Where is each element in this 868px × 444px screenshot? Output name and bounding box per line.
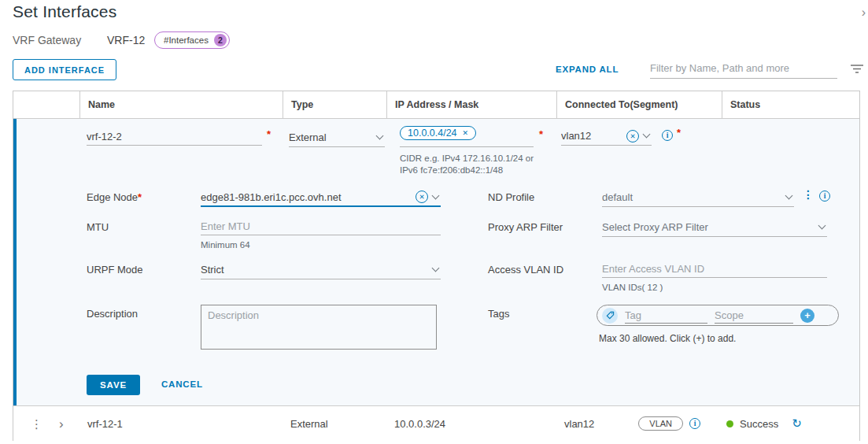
row-type-cell: External: [283, 418, 386, 430]
ip-chip-remove-icon[interactable]: ✕: [463, 129, 469, 137]
status-text: Success: [740, 418, 778, 430]
row-status-cell: Success ↻: [722, 416, 859, 431]
ip-cidr-hint: CIDR e.g. IPv4 172.16.10.1/24 or IPv6 fc…: [400, 153, 534, 176]
edge-node-label: Edge Node*: [87, 191, 142, 203]
row-actions-cell: ⋮ ›: [13, 417, 79, 431]
ip-chip-value: 10.0.0.4/24: [408, 128, 457, 139]
mtu-input[interactable]: [201, 218, 441, 235]
interfaces-count-badge[interactable]: #Interfaces 2: [154, 31, 230, 49]
proxy-arp-placeholder: Select Proxy ARP Filter: [602, 221, 814, 233]
urpf-mode-label: URPF Mode: [87, 264, 143, 276]
status-success-dot: [726, 420, 733, 427]
table-row[interactable]: ⋮ › vrf-12-1 External 10.0.0.3/24 vlan12…: [13, 406, 859, 441]
chevron-down-icon: [432, 265, 440, 272]
expand-all-link[interactable]: EXPAND ALL: [556, 65, 619, 74]
row-ip-cell: 10.0.0.3/24: [386, 418, 556, 430]
proxy-arp-select[interactable]: Select Proxy ARP Filter: [602, 218, 827, 237]
add-tag-button[interactable]: +: [800, 309, 814, 323]
nd-profile-label: ND Profile: [488, 191, 534, 203]
tag-icon: [602, 308, 618, 324]
description-textarea[interactable]: [201, 305, 437, 350]
edge-node-required-marker: *: [138, 191, 142, 203]
proxy-arp-label: Proxy ARP Filter: [488, 221, 563, 233]
segment-value: vlan12: [561, 130, 626, 142]
row-menu-icon[interactable]: ⋮: [31, 418, 42, 430]
interfaces-table: Name Type IP Address / Mask Connected To…: [13, 91, 860, 441]
interface-edit-form: * External 10.0.0.4/24 ✕ * CIDR e.g. IPv…: [13, 119, 859, 406]
segment-required-marker: *: [677, 127, 681, 139]
column-header-ip: IP Address / Mask: [386, 91, 556, 118]
type-select[interactable]: External: [289, 128, 385, 147]
vlan-badge[interactable]: VLAN: [638, 416, 683, 431]
page-title: Set Interfaces: [13, 2, 116, 21]
access-vlan-input[interactable]: [602, 261, 827, 278]
row-expand-icon[interactable]: ›: [59, 417, 64, 431]
filter-icon[interactable]: [850, 64, 864, 74]
chevron-down-icon: [376, 132, 384, 140]
column-header-type: Type: [283, 91, 386, 118]
set-interfaces-panel: Set Interfaces › VRF Gateway VRF-12 #Int…: [0, 0, 868, 444]
refresh-status-icon[interactable]: ↻: [792, 416, 802, 431]
type-select-value: External: [289, 131, 372, 143]
mtu-label: MTU: [87, 221, 109, 233]
segment-clear-icon[interactable]: ✕: [626, 130, 639, 142]
edge-node-value: edge81-981b.eri1c.pcc.ovh.net: [201, 191, 416, 203]
add-interface-button[interactable]: ADD INTERFACE: [13, 59, 116, 80]
access-vlan-hint: VLAN IDs( 12 ): [602, 282, 663, 294]
ip-required-marker: *: [539, 128, 543, 140]
chevron-down-icon: [818, 222, 826, 230]
access-vlan-label: Access VLAN ID: [488, 264, 563, 276]
tags-hint: Max 30 allowed. Click (+) to add.: [599, 333, 736, 345]
nd-profile-menu-icon[interactable]: ⋮: [803, 189, 814, 200]
filter-input[interactable]: [650, 58, 837, 79]
badge-label: #Interfaces: [164, 35, 209, 45]
edge-node-clear-icon[interactable]: ✕: [416, 191, 428, 203]
tags-editor: +: [597, 305, 839, 326]
tag-input[interactable]: [625, 308, 707, 324]
tags-label: Tags: [488, 308, 509, 320]
row-segment-value: vlan12: [564, 418, 594, 430]
segment-info-icon[interactable]: i: [662, 130, 673, 141]
nd-profile-select[interactable]: default: [602, 188, 794, 207]
description-label: Description: [87, 308, 138, 320]
badge-count: 2: [214, 34, 227, 46]
ip-address-chip: 10.0.0.4/24 ✕: [400, 126, 476, 140]
nd-profile-info-icon[interactable]: i: [819, 191, 830, 202]
urpf-mode-value: Strict: [201, 264, 428, 276]
name-required-marker: *: [267, 128, 271, 140]
urpf-mode-select[interactable]: Strict: [201, 261, 441, 279]
segment-combobox[interactable]: vlan12 ✕: [561, 127, 652, 146]
chevron-down-icon: [432, 191, 440, 199]
breadcrumb-gateway: VRF-12: [107, 34, 145, 46]
column-header-status: Status: [722, 91, 859, 118]
scope-input[interactable]: [715, 308, 793, 324]
column-header-segment: Connected To(Segment): [556, 91, 722, 118]
column-header-actions: [13, 91, 79, 118]
breadcrumb-parent: VRF Gateway: [13, 34, 81, 46]
row-name-cell: vrf-12-1: [79, 418, 283, 430]
interface-name-input[interactable]: [87, 128, 262, 146]
expanded-row-indicator: [13, 119, 17, 405]
edge-node-combobox[interactable]: edge81-981b.eri1c.pcc.ovh.net ✕: [201, 188, 441, 207]
chevron-down-icon: [785, 192, 793, 200]
nd-profile-value: default: [602, 191, 781, 203]
row-segment-cell: vlan12 VLAN i: [556, 416, 722, 431]
chevron-down-icon: [643, 131, 651, 139]
table-header-row: Name Type IP Address / Mask Connected To…: [13, 91, 859, 119]
column-header-name: Name: [79, 91, 283, 118]
collapse-panel-icon[interactable]: ›: [862, 6, 866, 19]
ip-address-field[interactable]: 10.0.0.4/24 ✕: [400, 125, 534, 147]
segment-row-info-icon[interactable]: i: [689, 418, 700, 429]
cancel-button[interactable]: CANCEL: [161, 379, 203, 389]
mtu-hint: Minimum 64: [201, 239, 250, 251]
save-button[interactable]: SAVE: [87, 375, 140, 395]
